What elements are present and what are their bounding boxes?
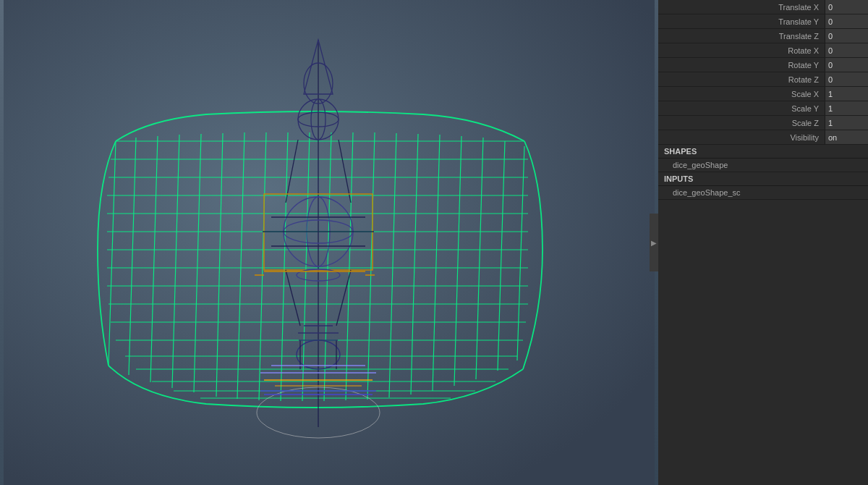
rotate-y-label: Rotate Y — [658, 61, 825, 69]
translate-y-row: Translate Y 0 — [658, 14, 868, 29]
translate-x-row: Translate X 0 — [658, 0, 868, 14]
inputs-item-dice-geoshape-sc[interactable]: dice_geoShape_sc — [658, 186, 868, 200]
translate-z-label: Translate Z — [658, 32, 825, 41]
scale-x-label: Scale X — [658, 90, 825, 98]
rotate-z-value[interactable]: 0 — [825, 72, 868, 86]
scale-z-row: Scale Z 1 — [658, 116, 868, 130]
scale-y-value[interactable]: 1 — [825, 101, 868, 115]
scale-x-value[interactable]: 1 — [825, 87, 868, 101]
scale-y-row: Scale Y 1 — [658, 101, 868, 116]
visibility-value[interactable]: on — [825, 130, 868, 144]
scale-z-label: Scale Z — [658, 119, 825, 127]
translate-y-value[interactable]: 0 — [825, 14, 868, 28]
inputs-section-header: INPUTS — [658, 172, 868, 186]
translate-y-label: Translate Y — [658, 17, 825, 26]
scroll-indicator[interactable]: ▶ — [650, 214, 658, 271]
scale-x-row: Scale X 1 — [658, 87, 868, 101]
transform-section: Translate X 0 Translate Y 0 Translate Z … — [658, 0, 868, 145]
visibility-row: Visibility on — [658, 130, 868, 145]
translate-z-row: Translate Z 0 — [658, 29, 868, 43]
rotate-x-label: Rotate X — [658, 46, 825, 55]
translate-z-value[interactable]: 0 — [825, 29, 868, 43]
shapes-item-dice-geoshape[interactable]: dice_geoShape — [658, 159, 868, 172]
rotate-x-row: Rotate X 0 — [658, 43, 868, 58]
rotate-z-label: Rotate Z — [658, 75, 825, 84]
rotate-z-row: Rotate Z 0 — [658, 72, 868, 87]
rotate-y-value[interactable]: 0 — [825, 58, 868, 72]
rotate-x-value[interactable]: 0 — [825, 43, 868, 57]
translate-x-value[interactable]: 0 — [825, 0, 868, 14]
rotate-y-row: Rotate Y 0 — [658, 58, 868, 72]
3d-viewport[interactable]: ▶ — [0, 0, 658, 485]
properties-panel: Translate X 0 Translate Y 0 Translate Z … — [658, 0, 868, 485]
visibility-label: Visibility — [658, 133, 825, 142]
shapes-section-header: SHAPES — [658, 145, 868, 159]
scale-y-label: Scale Y — [658, 104, 825, 113]
translate-x-label: Translate X — [658, 3, 825, 12]
scale-z-value[interactable]: 1 — [825, 116, 868, 130]
